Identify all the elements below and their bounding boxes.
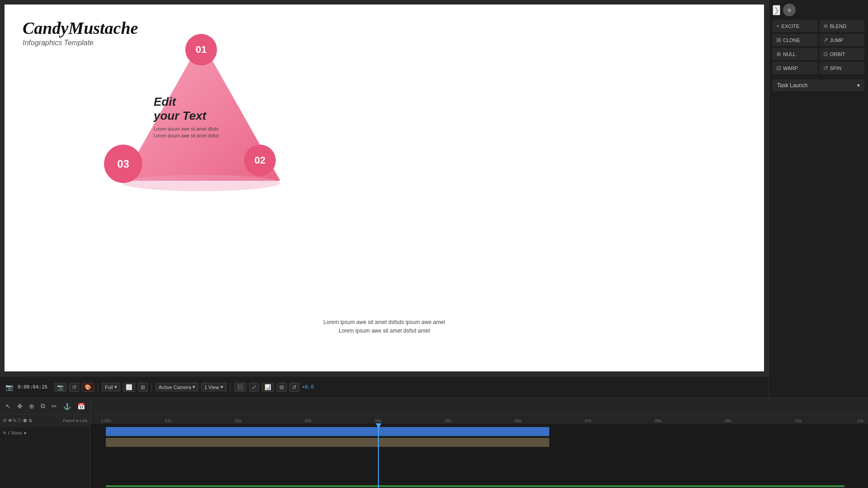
timeline-tracks: 1:00s 01s 02s 03s 04s 05s 06s 07s 08s 09…: [90, 414, 868, 488]
task-launch-bar[interactable]: Task Launch ▾: [773, 80, 864, 91]
circle-02-badge: 02: [244, 145, 276, 176]
svg-point-1: [122, 175, 280, 191]
spin-icon: ↺: [823, 65, 828, 71]
separator-1: [98, 383, 98, 392]
excite-button[interactable]: + EXCITE: [773, 20, 818, 32]
brand-subtitle: Infographics Template: [23, 39, 94, 47]
view-safe-btn[interactable]: ⬜: [123, 383, 135, 392]
ruler-mark-1: 01s: [165, 418, 172, 423]
view-dropdown[interactable]: 1 View ▾: [201, 383, 226, 391]
track-clip-tan: [106, 438, 549, 447]
bottom-text-block: Lorem ipsum awe sit amet dsfsds ipsum aw…: [324, 318, 445, 335]
timeline-tool-copy[interactable]: ⧉: [39, 401, 47, 411]
jump-button[interactable]: ↗ JUMP: [820, 34, 865, 46]
timeline-layers: ⚙ ✱ fx ⬡ ⬟ ✿ Parent & Link ✎ / None ▾: [0, 414, 90, 488]
ruler-mark-3: 03s: [305, 418, 311, 423]
playhead[interactable]: [378, 423, 379, 488]
timeline-tool-clip[interactable]: ✂: [50, 402, 59, 411]
orbit-icon: ⊙: [823, 51, 828, 57]
ruler-mark-9: 09s: [725, 418, 731, 423]
layer-divider: /: [8, 431, 9, 436]
ruler-mark-5: 05s: [445, 418, 452, 423]
track-clip-blue: [106, 427, 549, 436]
null-icon: ⊕: [776, 51, 781, 57]
circle-01-badge: 01: [185, 34, 217, 66]
chart-btn[interactable]: 📊: [262, 383, 274, 392]
timeline-tool-pen[interactable]: ⊕: [27, 402, 36, 411]
warp-button[interactable]: ⊟ WARP: [773, 62, 818, 74]
timeline-ruler: 1:00s 01s 02s 03s 04s 05s 06s 07s 08s 09…: [90, 414, 868, 423]
timecode-display: 0:00:04:26: [18, 384, 52, 390]
right-panel: ❯ ⊙ + EXCITE ≋ BLEND ⊞ CLONE ↗ JUMP: [769, 0, 868, 398]
loop-btn[interactable]: ↺: [69, 383, 79, 392]
active-camera-dropdown[interactable]: Active Camera ▾: [156, 383, 198, 391]
panel-collapse-btn[interactable]: ❯: [773, 5, 780, 15]
ruler-mark-2: 02s: [235, 418, 242, 423]
warp-icon: ⊟: [776, 65, 781, 71]
parent-link-label: Parent & Link: [63, 418, 87, 423]
circle-03-badge: 03: [104, 145, 142, 183]
track-clip-green: [106, 485, 844, 487]
layer-header: ⚙ ✱ fx ⬡ ⬟ ✿ Parent & Link: [0, 414, 90, 427]
layer-row-1: ✎ / None ▾: [0, 427, 90, 440]
orbit-button[interactable]: ⊙ ORBIT: [820, 48, 865, 60]
separator-3: [230, 383, 231, 392]
snapshot-btn[interactable]: 📷: [54, 383, 66, 392]
timeline-area: ↖ ✥ ⊕ ⧉ ✂ ⚓ 📅 ⚙ ✱ fx ⬡ ⬟ ✿ Parent & Link…: [0, 398, 868, 488]
track-area: [90, 423, 868, 488]
preview-canvas: CandyMustache Infographics Template: [5, 5, 764, 371]
ruler-mark-6: 06s: [515, 418, 522, 423]
ruler-mark-10: 10s: [795, 418, 802, 423]
task-launch-chevron: ▾: [857, 82, 860, 89]
layout-btn[interactable]: ⊞: [277, 383, 287, 392]
timeline-tool-move[interactable]: ✥: [15, 402, 24, 411]
blend-button[interactable]: ≋ BLEND: [820, 20, 865, 32]
header-switches: ⚙ ✱ fx ⬡ ⬟ ✿: [3, 418, 32, 423]
separator-2: [151, 383, 152, 392]
camera-icon-btn[interactable]: 📷: [4, 383, 15, 392]
playback-bar: 📷 0:00:04:26 📷 ↺ 🎨 Full ▾ ⬜ ⊞ Active Cam…: [0, 376, 769, 398]
edit-text-block: Edit your Text Lorem ipsum awe sit amet …: [154, 95, 226, 139]
blend-icon: ≋: [823, 23, 828, 29]
fullscreen-btn[interactable]: ⤢: [249, 383, 259, 392]
refresh-btn[interactable]: ↺: [289, 383, 299, 392]
none-chevron: ▾: [24, 431, 26, 436]
excite-icon: +: [776, 23, 780, 29]
ruler-mark-7: 07s: [585, 418, 592, 423]
spin-button[interactable]: ↺ SPIN: [820, 62, 865, 74]
timeline-toolbar: ↖ ✥ ⊕ ⧉ ✂ ⚓ 📅: [0, 398, 868, 414]
none-dropdown[interactable]: None: [11, 431, 22, 436]
tl-separator: [90, 402, 91, 411]
timeline-content: ⚙ ✱ fx ⬡ ⬟ ✿ Parent & Link ✎ / None ▾ 1:…: [0, 414, 868, 488]
exposure-value: +0.0: [302, 384, 314, 390]
ruler-mark-0: 1:00s: [101, 418, 111, 423]
grid-btn[interactable]: ⊞: [138, 383, 148, 392]
maximize-btn[interactable]: ⬛: [234, 383, 246, 392]
ruler-mark-8: 08s: [655, 418, 661, 423]
ruler-mark-4: 04s: [375, 418, 382, 423]
null-button[interactable]: ⊕ NULL: [773, 48, 818, 60]
infographic-area: 01 02 03 Edit your Text: [118, 32, 298, 203]
ruler-mark-11: 11s: [857, 418, 864, 423]
clone-button[interactable]: ⊞ CLONE: [773, 34, 818, 46]
color-btn[interactable]: 🎨: [82, 383, 94, 392]
clone-icon: ⊞: [776, 37, 781, 43]
motion-tile-icon: ⊙: [783, 4, 796, 16]
motion-buttons-grid: + EXCITE ≋ BLEND ⊞ CLONE ↗ JUMP ⊕ NULL ⊙…: [773, 20, 864, 74]
resolution-dropdown[interactable]: Full ▾: [102, 383, 120, 391]
jump-icon: ↗: [823, 37, 828, 43]
layer-icon: ✎: [3, 431, 6, 436]
timeline-tool-anchor[interactable]: ⚓: [61, 402, 73, 411]
timeline-tool-select[interactable]: ↖: [4, 402, 13, 411]
timeline-tool-calendar[interactable]: 📅: [75, 402, 87, 411]
